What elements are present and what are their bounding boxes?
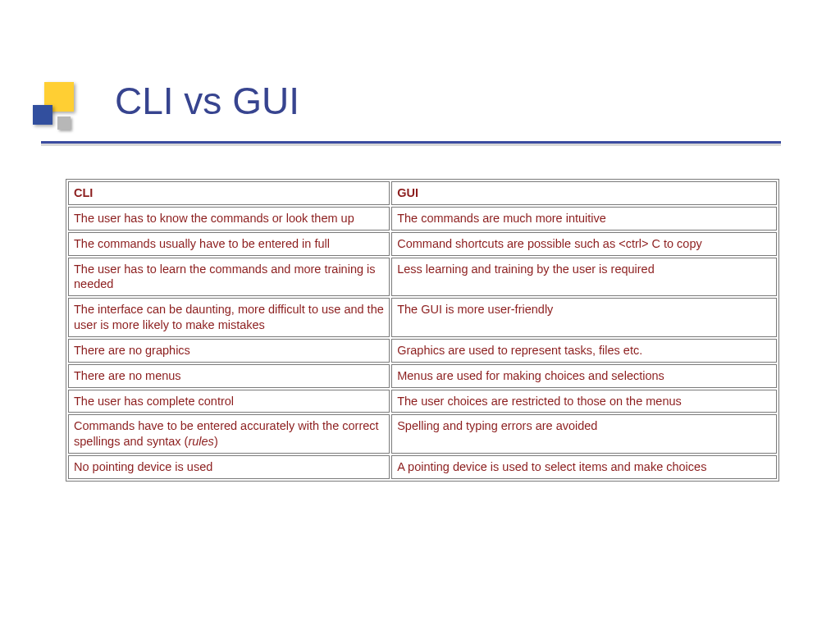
cell-gui: A pointing device is used to select item… — [391, 455, 777, 479]
table-row: Commands have to be entered accurately w… — [68, 414, 777, 454]
cell-cli: There are no graphics — [68, 339, 390, 363]
table-row: The user has to learn the commands and m… — [68, 258, 777, 297]
cell-cli: The commands usually have to be entered … — [68, 232, 390, 256]
cell-gui: The GUI is more user-friendly — [391, 298, 777, 337]
cell-cli: The user has to know the commands or loo… — [68, 207, 390, 231]
title-decor-icon — [33, 82, 98, 148]
cell-cli: The user has to learn the commands and m… — [68, 258, 390, 297]
cell-cli: There are no menus — [68, 364, 390, 388]
cell-gui: The user choices are restricted to those… — [391, 390, 777, 413]
table-row: The user has to know the commands or loo… — [68, 207, 777, 231]
decor-square-gray — [57, 116, 71, 130]
cell-text-suffix: ) — [214, 435, 218, 448]
cell-gui: Graphics are used to represent tasks, fi… — [391, 339, 777, 363]
table-row: No pointing device is used A pointing de… — [68, 455, 777, 479]
slide: CLI vs GUI CLI GUI The user has to know … — [0, 0, 840, 630]
cell-gui: Command shortcuts are possible such as <… — [391, 232, 777, 256]
table-row: The interface can be daunting, more diff… — [68, 298, 777, 337]
title-underline-shadow — [41, 144, 781, 146]
comparison-table-wrap: CLI GUI The user has to know the command… — [66, 179, 779, 482]
cell-text-prefix: Commands have to be entered accurately w… — [74, 419, 379, 448]
cell-gui: The commands are much more intuitive — [391, 207, 777, 231]
header-cli: CLI — [68, 181, 390, 205]
cell-gui: Menus are used for making choices and se… — [391, 364, 777, 388]
cell-cli: The user has complete control — [68, 390, 390, 413]
table-row: The user has complete control The user c… — [68, 390, 777, 413]
slide-title: CLI vs GUI — [115, 79, 299, 123]
table-header-row: CLI GUI — [68, 181, 777, 205]
decor-square-blue — [33, 105, 52, 125]
table-row: There are no graphics Graphics are used … — [68, 339, 777, 363]
cell-gui: Less learning and training by the user i… — [391, 258, 777, 297]
table-row: There are no menus Menus are used for ma… — [68, 364, 777, 388]
table-row: The commands usually have to be entered … — [68, 232, 777, 256]
cell-cli: The interface can be daunting, more diff… — [68, 298, 390, 337]
cell-text-italic: rules — [188, 435, 213, 448]
cell-cli: No pointing device is used — [68, 455, 390, 479]
header-gui: GUI — [391, 181, 777, 205]
comparison-table: CLI GUI The user has to know the command… — [66, 179, 779, 482]
cell-gui: Spelling and typing errors are avoided — [391, 414, 777, 454]
cell-cli: Commands have to be entered accurately w… — [68, 414, 390, 454]
